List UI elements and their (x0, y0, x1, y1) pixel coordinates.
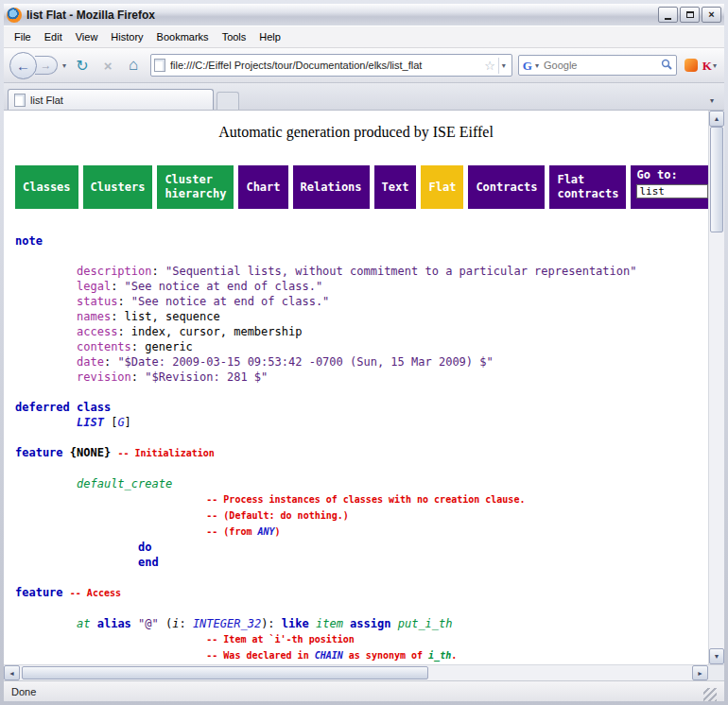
url-input[interactable] (168, 59, 481, 72)
code-line: -- Process instances of classes with no … (15, 491, 708, 507)
page-title: Automatic generation produced by ISE Eif… (4, 124, 708, 141)
menu-bar: FileEditViewHistoryBookmarksToolsHelp (4, 26, 724, 48)
code-token: contents (77, 340, 131, 353)
menu-file[interactable]: File (8, 28, 38, 45)
code-token: : (152, 265, 165, 278)
code-token: status (77, 295, 117, 308)
code-token: deferred class (15, 401, 111, 414)
class-link[interactable]: INTEGER_32 (193, 617, 261, 630)
menu-help[interactable]: Help (252, 28, 287, 45)
scrollbar-corner (708, 664, 724, 680)
code-block: note description: "Sequential lists, wit… (4, 233, 708, 664)
close-button[interactable]: × (702, 7, 721, 23)
tab-strip-stub (217, 92, 239, 110)
horizontal-scrollbar[interactable]: ◄ ► (4, 664, 708, 680)
reload-button[interactable]: ↻ (71, 54, 94, 77)
vertical-scroll-thumb[interactable] (710, 127, 723, 232)
scroll-right-button[interactable]: ► (692, 665, 708, 680)
url-dropdown-icon[interactable]: ▾ (498, 58, 509, 74)
menu-edit[interactable]: Edit (38, 28, 69, 45)
url-bar: ☆ ▾ (150, 54, 512, 77)
code-line: -- (from ANY) (15, 524, 708, 540)
code-token: "$Revision: 281 $" (145, 370, 268, 384)
code-token: : list, sequence (111, 310, 220, 323)
code-line: LIST [G] (15, 415, 708, 430)
code-token: assign (350, 617, 390, 630)
code-token: : generic (131, 340, 193, 353)
doc-btn-contracts[interactable]: Contracts (468, 165, 545, 209)
navigation-toolbar: ← → ▾ ↻ × ⌂ ☆ ▾ G ▾ K▾ (4, 48, 724, 83)
code-line: -- (Default: do nothing.) (15, 507, 708, 524)
code-line: do (15, 540, 708, 555)
bookmark-star-icon[interactable]: ☆ (484, 60, 495, 72)
tab-favicon-icon (14, 94, 26, 107)
addon-icon[interactable] (685, 59, 698, 72)
menu-bookmarks[interactable]: Bookmarks (150, 28, 216, 45)
code-line: default_create (15, 476, 708, 491)
code-line: -- (from CHAIN) (15, 663, 708, 664)
code-token: date (77, 355, 104, 369)
firefox-logo-icon (7, 8, 22, 23)
search-input[interactable] (542, 59, 658, 72)
kaspersky-letter: K (702, 60, 712, 72)
title-bar: list Flat - Mozilla Firefox × (4, 4, 724, 26)
code-token: do (138, 541, 151, 554)
doc-btn-cluster-hierarchy[interactable]: Cluster hierarchy (157, 165, 234, 209)
code-token: end (138, 556, 159, 569)
scroll-up-button[interactable]: ▲ (709, 111, 724, 127)
doc-btn-flat-contracts[interactable]: Flat contracts (549, 165, 626, 209)
doc-btn-flat[interactable]: Flat (421, 165, 463, 209)
doc-btn-chart[interactable]: Chart (238, 165, 287, 209)
horizontal-scroll-thumb[interactable] (22, 666, 428, 679)
horizontal-scroll-track[interactable] (20, 665, 692, 680)
code-token: {NONE} (70, 446, 111, 459)
vertical-scroll-track[interactable] (709, 127, 724, 648)
code-line: status: "See notice at end of class." (15, 294, 708, 309)
code-token: ( (159, 617, 172, 630)
code-token: -- Initialization (117, 448, 214, 458)
class-link[interactable]: G (117, 416, 124, 429)
home-button[interactable]: ⌂ (122, 54, 145, 77)
list-all-tabs-button[interactable]: ▾ (703, 91, 720, 110)
forward-button[interactable]: → (35, 56, 58, 75)
search-bar: G ▾ (518, 55, 677, 76)
history-dropdown-icon[interactable]: ▾ (61, 61, 68, 70)
doc-btn-relations[interactable]: Relations (293, 165, 370, 209)
stop-button[interactable]: × (96, 54, 119, 77)
search-engine-dropdown-icon[interactable]: ▾ (535, 61, 539, 70)
code-token: [ (104, 416, 117, 429)
back-button[interactable]: ← (9, 52, 37, 79)
search-icon[interactable] (661, 57, 672, 74)
code-token: names (77, 310, 111, 323)
code-token: -- Was declared in (206, 650, 314, 661)
code-line (15, 461, 708, 476)
menu-view[interactable]: View (69, 28, 105, 45)
code-line: feature {NONE} -- Initialization (15, 445, 708, 461)
class-link[interactable]: CHAIN (315, 650, 343, 661)
window-controls: × (658, 7, 721, 23)
code-token: put_i_th (398, 617, 453, 630)
kaspersky-icon[interactable]: K▾ (701, 60, 719, 72)
scroll-left-button[interactable]: ◄ (4, 665, 20, 680)
doc-btn-clusters[interactable]: Clusters (83, 165, 153, 209)
code-line (15, 430, 708, 445)
tab-label: list Flat (30, 95, 63, 106)
code-line: deferred class (15, 400, 708, 415)
maximize-button[interactable] (680, 7, 700, 23)
tab-list-flat[interactable]: list Flat (8, 89, 214, 110)
class-link[interactable]: LIST (77, 416, 104, 429)
code-token: : (104, 355, 117, 369)
menu-history[interactable]: History (104, 28, 149, 45)
class-link[interactable]: ANY (257, 526, 274, 537)
doc-btn-classes[interactable]: Classes (15, 165, 78, 209)
code-line: legal: "See notice at end of class." (15, 279, 708, 294)
vertical-scrollbar[interactable]: ▲ ▼ (708, 111, 724, 664)
horizontal-scroll-row: ◄ ► (4, 664, 724, 680)
code-token: item (316, 617, 343, 630)
resize-grip[interactable] (703, 688, 717, 701)
menu-tools[interactable]: Tools (216, 28, 253, 45)
goto-input[interactable] (636, 184, 708, 198)
scroll-down-button[interactable]: ▼ (709, 648, 724, 664)
doc-btn-text[interactable]: Text (374, 165, 417, 209)
minimize-button[interactable] (658, 7, 678, 23)
